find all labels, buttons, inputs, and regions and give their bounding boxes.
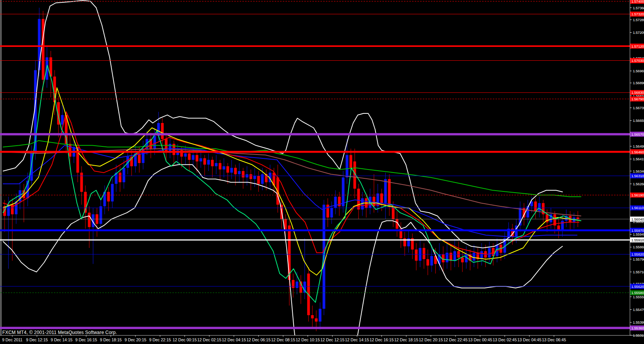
price-tag-label: 1.56570 [631,132,644,136]
candles [3,8,579,331]
price-tag-label: 1.56830 [631,90,644,95]
candle-bear [88,206,91,248]
x-tick-label: 12 Dec 20:15 [419,337,443,342]
y-tick-label: 1.55945 [633,232,644,236]
candle-bull [230,160,233,179]
price-tag-label: 1.57400 [631,0,644,3]
x-tick-label: 9 Dec 2011 [2,337,23,342]
candle-bull [407,230,410,253]
price-tag-1.57320: 1.57320 [630,12,644,17]
candle-bear [484,245,487,267]
y-tick-label: 1.57360 [633,6,644,10]
candle-bear [227,163,229,184]
candle-bear [188,150,191,171]
time-axis[interactable]: 9 Dec 20119 Dec 12:159 Dec 14:159 Dec 16… [2,335,566,342]
price-axis[interactable]: 1.573601.572851.572051.570451.569651.568… [630,0,644,337]
candle-bull [519,201,522,232]
candle-bull [527,200,529,224]
candle-bull [319,302,322,330]
candle-bear [280,200,283,229]
price-tag-label: 1.56040 [631,217,644,221]
y-tick-label: 1.56890 [633,81,644,85]
price-tag-1.55580: 1.55580 [630,290,644,295]
candle-bear [204,155,206,176]
price-tag-1.56310: 1.56310 [630,173,644,178]
candle-bear [569,211,572,230]
price-tag-1.56460: 1.56460 [630,150,644,155]
price-tag-1.57400: 1.57400 [630,0,644,4]
candle-bull [115,165,118,192]
candle-bear [250,170,252,190]
y-tick-label: 1.55790 [633,257,644,261]
price-tag-label: 1.56310 [631,174,644,178]
x-tick-label: 12 Dec 16:15 [370,337,394,342]
y-tick-label: 1.55475 [633,307,644,312]
series-ma-yellow [3,88,581,275]
x-tick-label: 9 Dec 20:15 [125,337,147,342]
x-tick-label: 12 Dec 12:15 [320,337,345,342]
y-tick-label: 1.55710 [633,270,644,274]
candle-bull [454,238,456,267]
x-tick-label: 12 Dec 02:15 [197,337,222,342]
y-tick-label: 1.56965 [633,69,644,73]
candle-bull [215,155,218,174]
plot-area[interactable] [0,0,630,344]
series-ma-springgreen-fast [3,65,581,302]
x-tick-label: 12 Dec 04:15 [222,337,246,342]
y-tick-label: 1.57205 [633,30,644,35]
copyright-label: FXCM MT4, © 2001-2011 MetaQuotes Softwar… [2,330,117,335]
candle-bear [415,243,418,271]
candle-bull [473,245,475,267]
x-tick-label: 9 Dec 14:15 [51,337,73,342]
candle-bear [411,234,414,259]
x-tick-label: 13 Dec 00:45 [468,337,492,342]
price-tag-1.57120: 1.57120 [630,44,644,49]
candle-bull [207,153,210,171]
x-tick-label: 13 Dec 06:45 [542,337,566,342]
price-tag-label: 1.56460 [631,150,644,154]
candle-bull [100,200,102,230]
x-tick-label: 12 Dec 08:15 [271,337,295,342]
candle-bull [269,165,272,189]
price-tag-1.57030: 1.57030 [630,58,644,63]
candle-bear [357,184,360,219]
price-tag-label: 1.55910 [631,238,644,242]
candle-bear [461,249,464,272]
y-tick-label: 1.56260 [633,182,644,186]
candle-bear [450,245,452,271]
candle-bull [238,163,241,182]
x-tick-label: 12 Dec 10:15 [296,337,320,342]
price-tag-label: 1.56790 [631,97,644,101]
price-tag-1.55820: 1.55820 [630,252,644,257]
candle-bull [550,208,552,229]
y-tick-label: 1.55395 [633,320,644,324]
candle-bear [211,157,214,178]
candle-bull [334,190,337,214]
candle-bull [169,136,172,158]
candle-bear [242,168,245,189]
candle-bear [3,200,6,232]
candle-bear [42,11,45,91]
candle-bull [7,197,10,269]
x-tick-label: 9 Dec 12:15 [26,337,48,342]
candle-bull [223,158,225,178]
price-tag-label: 1.56110 [631,206,644,210]
price-tag-1.55360: 1.55360 [630,326,644,331]
y-tick-label: 1.55315 [633,333,644,337]
price-tag-label: 1.55580 [631,291,644,295]
candle-bear [300,275,302,304]
candle-bull [123,160,125,189]
candle-bull [330,201,333,224]
price-chart-canvas[interactable]: 1.573601.572851.572051.570451.569651.568… [0,0,644,344]
price-tag-1.55970: 1.55970 [630,228,644,233]
candle-bear [96,208,98,237]
x-tick-label: 12 Dec 22:45 [444,337,468,342]
price-tag-label: 1.57030 [631,58,644,63]
price-tag-1.56040: 1.56040 [630,217,644,222]
price-tag-1.56190: 1.56190 [630,193,644,198]
axes [0,0,644,336]
x-tick-label: 13 Dec 02:45 [493,337,517,342]
candle-bear [277,165,279,213]
price-tag-1.56790: 1.56790 [630,96,644,101]
y-tick-label: 1.55865 [633,245,644,249]
